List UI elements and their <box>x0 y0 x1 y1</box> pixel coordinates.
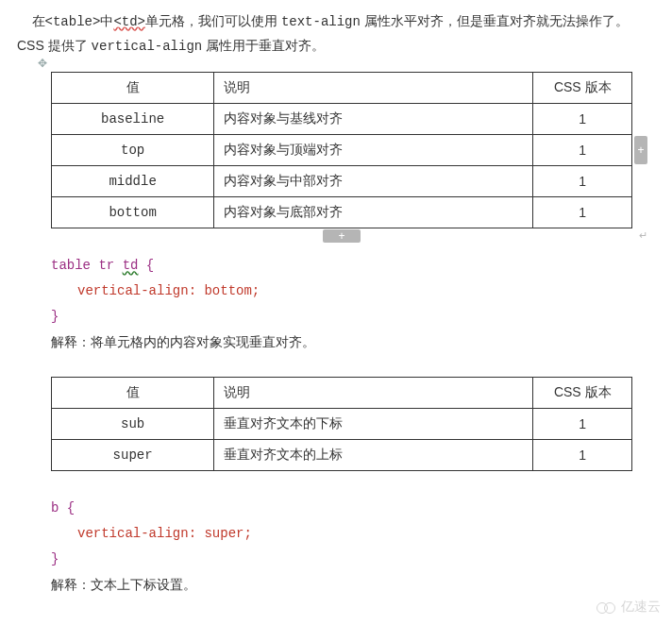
cell-version: 1 <box>533 166 632 197</box>
tag-table: <table> <box>45 14 101 29</box>
col-header-value: 值 <box>52 378 214 409</box>
prop-vertical-align: vertical-align <box>92 39 203 54</box>
code-selector: table <box>51 258 91 273</box>
table-1-wrap: ✥ + + ↵ 值 说明 CSS 版本 baseline 内容对象与基线对齐 1… <box>51 72 632 228</box>
cell-version: 1 <box>533 440 632 471</box>
cell-version: 1 <box>533 197 632 228</box>
watermark: 亿速云 <box>596 599 661 616</box>
cell-version: 1 <box>533 409 632 440</box>
code-block-2: b { vertical-align: super; } <box>51 496 655 571</box>
table-vertical-align-block: 值 说明 CSS 版本 baseline 内容对象与基线对齐 1 top 内容对… <box>51 72 632 228</box>
cell-value: bottom <box>52 197 214 228</box>
add-row-handle[interactable]: + <box>323 229 361 243</box>
table-vertical-align-text: 值 说明 CSS 版本 sub 垂直对齐文本的下标 1 super 垂直对齐文本… <box>51 377 632 471</box>
move-handle-icon[interactable]: ✥ <box>38 57 47 70</box>
code-brace: { <box>67 500 75 515</box>
add-column-handle[interactable]: + <box>634 136 647 164</box>
cell-value: middle <box>52 166 214 197</box>
paragraph-mark-icon: ↵ <box>639 229 647 242</box>
intro-text-1: 在 <box>32 13 45 28</box>
col-header-value: 值 <box>52 73 214 104</box>
cell-desc: 内容对象与底部对齐 <box>214 197 533 228</box>
intro-text-5: 属性用于垂直对齐。 <box>202 38 325 53</box>
table-2-wrap: 值 说明 CSS 版本 sub 垂直对齐文本的下标 1 super 垂直对齐文本… <box>51 377 632 471</box>
table-row: middle 内容对象与中部对齐 1 <box>52 166 632 197</box>
intro-text-2: 中 <box>100 13 113 28</box>
code-selector: tr <box>98 258 114 273</box>
col-header-version: CSS 版本 <box>533 73 632 104</box>
cell-value: super <box>52 440 214 471</box>
cell-value: sub <box>52 409 214 440</box>
cell-desc: 垂直对齐文本的上标 <box>214 440 533 471</box>
intro-paragraph: 在<table>中<td>单元格，我们可以使用 text-align 属性水平对… <box>17 9 655 59</box>
cell-value: baseline <box>52 104 214 135</box>
table-row: baseline 内容对象与基线对齐 1 <box>52 104 632 135</box>
code-selector: td <box>123 258 139 273</box>
cell-desc: 内容对象与顶端对齐 <box>214 135 533 166</box>
code-property: vertical-align <box>77 283 189 298</box>
code-colon: : <box>189 283 205 298</box>
explain-1: 解释：将单元格内的内容对象实现垂直对齐。 <box>51 330 655 354</box>
col-header-desc: 说明 <box>214 378 533 409</box>
table-row: sub 垂直对齐文本的下标 1 <box>52 409 632 440</box>
explain-2: 解释：文本上下标设置。 <box>51 573 655 597</box>
table-row: 值 说明 CSS 版本 <box>52 73 632 104</box>
col-header-desc: 说明 <box>214 73 533 104</box>
code-colon: : <box>189 526 205 541</box>
cell-value: top <box>52 135 214 166</box>
code-block-1: table tr td { vertical-align: bottom; } <box>51 253 655 329</box>
watermark-text: 亿速云 <box>621 599 661 616</box>
table-row: 值 说明 CSS 版本 <box>52 378 632 409</box>
code-brace: } <box>51 309 59 324</box>
tag-td: <td> <box>113 14 145 29</box>
prop-text-align: text-align <box>281 14 361 29</box>
cell-desc: 内容对象与中部对齐 <box>214 166 533 197</box>
table-row: bottom 内容对象与底部对齐 1 <box>52 197 632 228</box>
cell-desc: 内容对象与基线对齐 <box>214 104 533 135</box>
code-brace: { <box>146 258 154 273</box>
code-value: bottom <box>204 283 251 298</box>
table-row: top 内容对象与顶端对齐 1 <box>52 135 632 166</box>
cell-desc: 垂直对齐文本的下标 <box>214 409 533 440</box>
code-brace: } <box>51 551 59 566</box>
table-row: super 垂直对齐文本的上标 1 <box>52 440 632 471</box>
cell-version: 1 <box>533 104 632 135</box>
code-semi: ; <box>244 526 251 541</box>
code-value: super <box>204 526 244 541</box>
intro-text-3: 单元格，我们可以使用 <box>145 13 281 28</box>
cloud-icon <box>596 600 617 614</box>
code-property: vertical-align <box>77 526 189 541</box>
code-semi: ; <box>252 283 260 298</box>
cell-version: 1 <box>533 135 632 166</box>
code-selector: b <box>51 500 59 515</box>
col-header-version: CSS 版本 <box>533 378 632 409</box>
